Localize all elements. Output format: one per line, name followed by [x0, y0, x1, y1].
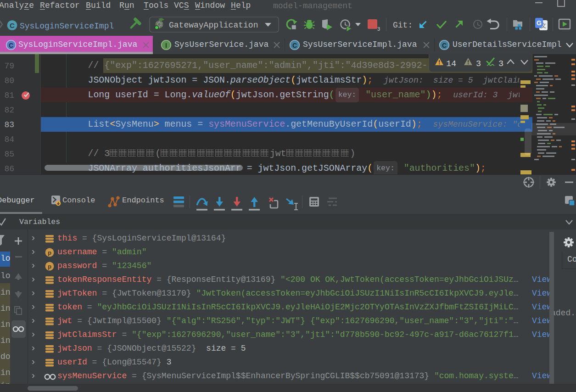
svg-text:p: p — [48, 250, 51, 257]
svg-text:p: p — [48, 263, 51, 270]
svg-text:SysLoginServiceImpl: SysLoginServiceImpl — [20, 22, 114, 31]
svg-text:Git:: Git: — [393, 21, 413, 30]
svg-text:14: 14 — [446, 59, 456, 69]
svg-text:G: G — [537, 19, 542, 27]
svg-text:C: C — [442, 42, 447, 49]
svg-text:C: C — [292, 42, 297, 49]
svg-text:3: 3 — [377, 26, 380, 32]
svg-text:C: C — [10, 22, 15, 29]
svg-text:I: I — [165, 42, 167, 49]
svg-text:C: C — [9, 42, 13, 49]
svg-text:3: 3 — [476, 59, 481, 69]
svg-text:3: 3 — [498, 59, 503, 69]
svg-text:GatewayApplication: GatewayApplication — [169, 21, 258, 30]
